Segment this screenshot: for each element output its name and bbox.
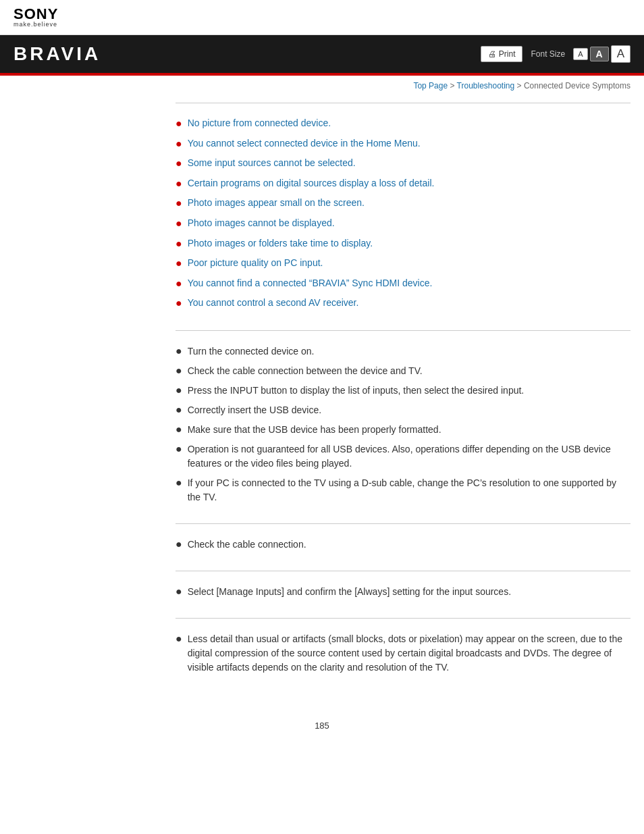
toc-list-item: ●Certain programs on digital sources dis…	[176, 177, 630, 190]
toc-link-8[interactable]: You cannot find a connected “BRAVIA” Syn…	[188, 277, 433, 290]
list-item: ●Operation is not guaranteed for all USB…	[176, 442, 630, 471]
bullet-icon: ●	[176, 538, 182, 550]
item-text: Operation is not guaranteed for all USB …	[188, 442, 630, 471]
bullet-icon: ●	[176, 137, 182, 150]
main-content: ●No picture from connected device.●You c…	[0, 96, 644, 707]
print-label: Print	[499, 49, 516, 59]
bullet-icon: ●	[176, 423, 182, 436]
font-size-label: Font Size	[531, 49, 565, 59]
list-item: ●Select [Manage Inputs] and confirm the …	[176, 585, 630, 599]
bullet-icon: ●	[176, 197, 182, 209]
section-cable-check: ●Check the cable connection.	[176, 523, 630, 571]
toc-list-item: ●You cannot control a second AV receiver…	[176, 296, 630, 310]
toc-link-3[interactable]: Certain programs on digital sources disp…	[188, 177, 435, 190]
bullet-icon: ●	[176, 177, 182, 190]
toc-link-9[interactable]: You cannot control a second AV receiver.	[188, 296, 359, 310]
no-picture-list: ●Turn the connected device on.●Check the…	[176, 344, 630, 504]
bullet-icon: ●	[176, 237, 182, 250]
breadcrumb-sep1: >	[450, 81, 456, 90]
bullet-icon: ●	[176, 217, 182, 230]
item-text: Turn the connected device on.	[188, 344, 315, 359]
section-manage-inputs: ●Select [Manage Inputs] and confirm the …	[176, 571, 630, 618]
printer-icon: 🖨	[488, 49, 496, 59]
list-item: ●Check the cable connection.	[176, 538, 630, 552]
toc-link-2[interactable]: Some input sources cannot be selected.	[188, 157, 356, 170]
item-text: Press the INPUT button to display the li…	[188, 384, 525, 398]
list-item: ●Press the INPUT button to display the l…	[176, 384, 630, 398]
item-text: Correctly insert the USB device.	[188, 403, 321, 417]
toc-section: ●No picture from connected device.●You c…	[176, 103, 630, 330]
toc-list-item: ●Poor picture quality on PC input.	[176, 257, 630, 270]
page-number: 185	[0, 707, 644, 744]
bravia-bar-right: 🖨 Print Font Size A A A	[481, 45, 630, 63]
item-text: Less detail than usual or artifacts (sma…	[188, 632, 630, 675]
toc-list-item: ●Photo images or folders take time to di…	[176, 237, 630, 251]
bullet-icon: ●	[176, 344, 182, 357]
toc-list-item: ●You cannot select connected device in t…	[176, 137, 630, 151]
bravia-title: BRAVIA	[14, 43, 101, 65]
bullet-icon: ●	[176, 442, 182, 455]
list-item: ●Less detail than usual or artifacts (sm…	[176, 632, 630, 675]
item-text: Make sure that the USB device has been p…	[188, 423, 441, 437]
sony-tagline: make.believe	[14, 22, 57, 28]
bullet-icon: ●	[176, 632, 182, 645]
item-text: Check the cable connection.	[188, 538, 306, 552]
font-size-controls: A A A	[573, 45, 630, 63]
toc-link-5[interactable]: Photo images cannot be displayed.	[188, 217, 335, 230]
breadcrumb-sep2: >	[517, 81, 524, 90]
breadcrumb-current: Connected Device Symptoms	[524, 81, 630, 90]
bullet-icon: ●	[176, 403, 182, 416]
print-button[interactable]: 🖨 Print	[481, 46, 523, 62]
breadcrumb-troubleshooting[interactable]: Troubleshooting	[457, 81, 515, 90]
manage-inputs-list: ●Select [Manage Inputs] and confirm the …	[176, 585, 630, 599]
list-item: ●Turn the connected device on.	[176, 344, 630, 359]
toc-link-6[interactable]: Photo images or folders take time to dis…	[188, 237, 373, 251]
toc-list-item: ●Photo images appear small on the screen…	[176, 197, 630, 210]
sony-logo: SONY make.believe	[14, 7, 630, 28]
toc-list-item: ●No picture from connected device.	[176, 117, 630, 130]
breadcrumb: Top Page > Troubleshooting > Connected D…	[0, 76, 644, 96]
cable-check-list: ●Check the cable connection.	[176, 538, 630, 552]
toc-link-0[interactable]: No picture from connected device.	[188, 117, 331, 130]
breadcrumb-top-page[interactable]: Top Page	[413, 81, 448, 90]
font-large-button[interactable]: A	[611, 45, 630, 63]
bullet-icon: ●	[176, 296, 182, 309]
bullet-icon: ●	[176, 476, 182, 489]
top-bar: SONY make.believe	[0, 0, 644, 35]
bullet-icon: ●	[176, 277, 182, 290]
list-item: ●Make sure that the USB device has been …	[176, 423, 630, 437]
toc-list-item: ●Photo images cannot be displayed.	[176, 217, 630, 230]
bravia-bar: BRAVIA 🖨 Print Font Size A A A	[0, 35, 644, 73]
item-text: Select [Manage Inputs] and confirm the […	[188, 585, 511, 599]
item-text: Check the cable connection between the d…	[188, 364, 423, 378]
less-detail-list: ●Less detail than usual or artifacts (sm…	[176, 632, 630, 675]
font-medium-button[interactable]: A	[590, 47, 609, 61]
toc-list-item: ●Some input sources cannot be selected.	[176, 157, 630, 170]
toc-link-7[interactable]: Poor picture quality on PC input.	[188, 257, 323, 270]
item-text: If your PC is connected to the TV using …	[188, 476, 630, 504]
bullet-icon: ●	[176, 157, 182, 170]
toc-link-1[interactable]: You cannot select connected device in th…	[188, 137, 421, 151]
bullet-icon: ●	[176, 364, 182, 377]
font-small-button[interactable]: A	[573, 48, 587, 60]
bullet-icon: ●	[176, 117, 182, 130]
toc-link-list: ●No picture from connected device.●You c…	[176, 117, 630, 310]
section-no-picture: ●Turn the connected device on.●Check the…	[176, 330, 630, 523]
toc-link-4[interactable]: Photo images appear small on the screen.	[188, 197, 365, 210]
toc-list-item: ●You cannot find a connected “BRAVIA” Sy…	[176, 277, 630, 290]
bullet-icon: ●	[176, 384, 182, 396]
list-item: ●If your PC is connected to the TV using…	[176, 476, 630, 504]
section-less-detail: ●Less detail than usual or artifacts (sm…	[176, 618, 630, 694]
bullet-icon: ●	[176, 257, 182, 269]
bullet-icon: ●	[176, 585, 182, 598]
list-item: ●Correctly insert the USB device.	[176, 403, 630, 417]
list-item: ●Check the cable connection between the …	[176, 364, 630, 378]
sony-text: SONY	[14, 7, 58, 22]
